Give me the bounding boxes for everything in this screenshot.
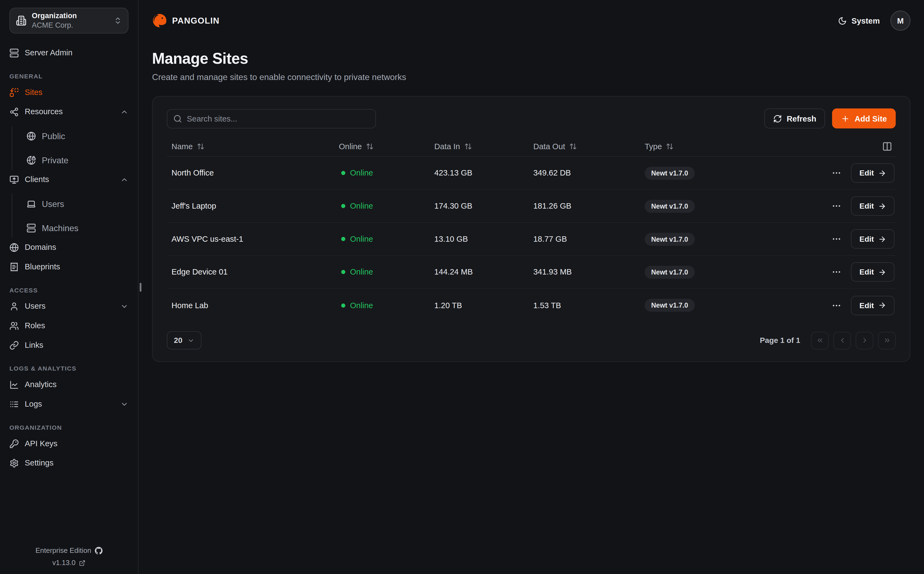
sidebar-item-links[interactable]: Links <box>9 335 129 355</box>
globe-lock-icon <box>27 155 36 165</box>
column-header-actions <box>809 141 896 151</box>
sidebar-resize-handle[interactable] <box>140 283 141 292</box>
toolbar-buttons: Refresh Add Site <box>764 109 896 129</box>
sidebar-item-domains[interactable]: Domains <box>9 238 129 257</box>
type-cell: Newt v1.7.0 <box>640 232 809 246</box>
edition-row[interactable]: Enterprise Edition <box>36 546 102 555</box>
sort-icon <box>569 143 577 150</box>
columns-icon[interactable] <box>882 141 892 151</box>
data-out-cell: 1.53 TB <box>529 301 640 310</box>
link-icon <box>9 341 19 350</box>
sidebar-item-blueprints[interactable]: Blueprints <box>9 257 129 276</box>
brand-name: PANGOLIN <box>172 16 220 25</box>
data-in-cell: 13.10 GB <box>429 235 528 244</box>
arrow-right-icon <box>878 202 886 210</box>
online-dot-icon <box>341 270 345 274</box>
column-header-name[interactable]: Name <box>167 142 334 151</box>
last-page-button[interactable] <box>878 331 896 349</box>
table-header: NameOnlineData InData OutType <box>167 137 896 157</box>
avatar[interactable]: M <box>890 11 910 31</box>
pangolin-logo-icon <box>152 13 168 28</box>
edit-button[interactable]: Edit <box>851 163 894 183</box>
sidebar-item-roles[interactable]: Roles <box>9 316 129 335</box>
server-icon <box>9 48 19 57</box>
add-site-label: Add Site <box>855 114 887 123</box>
org-value: ACME Corp. <box>32 20 108 30</box>
online-status-label: Online <box>350 268 373 276</box>
main-content: PANGOLIN System M Manage Sites Create an… <box>138 0 924 574</box>
sidebar-item-label: Logs <box>25 400 114 408</box>
version-label: v1.13.0 <box>52 559 75 567</box>
version-row[interactable]: v1.13.0 <box>52 559 86 567</box>
sidebar-item-private[interactable]: Private <box>13 150 129 170</box>
edit-button[interactable]: Edit <box>851 262 894 282</box>
data-out-cell: 181.26 GB <box>529 202 640 210</box>
chevron-down-icon <box>120 400 128 408</box>
sidebar-item-sites[interactable]: Sites <box>9 82 129 102</box>
next-page-button[interactable] <box>856 331 873 349</box>
sidebar-item-label: Public <box>42 131 129 140</box>
sidebar-item-clients[interactable]: Clients <box>9 170 129 189</box>
column-header-online[interactable]: Online <box>334 142 429 151</box>
nav-subgroup-resources: PublicPrivate <box>12 126 128 170</box>
sidebar-item-settings[interactable]: Settings <box>9 453 129 473</box>
row-menu-button[interactable] <box>832 267 842 277</box>
data-in-cell: 1.20 TB <box>429 301 528 310</box>
org-switcher[interactable]: Organization ACME Corp. <box>9 8 129 34</box>
row-menu-button[interactable] <box>832 201 842 211</box>
chevron-up-icon <box>120 107 128 115</box>
sidebar-item-label: Users <box>25 302 114 311</box>
search-input[interactable] <box>167 109 376 128</box>
sidebar-item-logs[interactable]: Logs <box>9 394 129 414</box>
edit-button[interactable]: Edit <box>851 229 894 249</box>
sort-icon <box>366 143 374 150</box>
topbar: PANGOLIN System M <box>152 0 910 41</box>
sites-card: Refresh Add Site NameOnlineData InData O… <box>152 96 910 362</box>
online-status-label: Online <box>350 235 373 244</box>
sidebar-item-label: Server Admin <box>25 48 129 57</box>
refresh-label: Refresh <box>787 114 816 123</box>
edit-label: Edit <box>860 202 874 210</box>
sidebar-item-analytics[interactable]: Analytics <box>9 375 129 394</box>
sidebar-item-api-keys[interactable]: API Keys <box>9 434 129 453</box>
gear-icon <box>9 458 19 468</box>
refresh-button[interactable]: Refresh <box>764 109 825 129</box>
previous-page-button[interactable] <box>833 331 851 349</box>
online-dot-icon <box>341 204 345 208</box>
first-page-button[interactable] <box>811 331 828 349</box>
add-site-button[interactable]: Add Site <box>832 109 896 129</box>
nav-section-logs-analytics: LOGS & ANALYTICS <box>9 362 129 375</box>
theme-toggle-button[interactable]: System <box>838 16 880 25</box>
online-status-label: Online <box>350 202 373 210</box>
sidebar-item-machines[interactable]: Machines <box>13 218 129 238</box>
type-badge: Newt v1.7.0 <box>645 199 695 212</box>
column-header-type[interactable]: Type <box>640 142 809 151</box>
row-menu-button[interactable] <box>832 300 842 310</box>
page-size-select[interactable]: 20 <box>167 331 202 349</box>
chevron-right-icon <box>861 336 868 344</box>
search-icon <box>173 114 182 123</box>
sidebar-item-public[interactable]: Public <box>13 126 129 146</box>
chevron-left-icon <box>838 336 846 344</box>
monitor-up-icon <box>9 175 19 184</box>
github-icon <box>95 547 102 554</box>
sidebar-item-server-admin[interactable]: Server Admin <box>9 43 129 63</box>
online-status-label: Online <box>350 301 373 310</box>
edit-button[interactable]: Edit <box>851 295 894 315</box>
column-header-data-in[interactable]: Data In <box>429 142 528 151</box>
sidebar-item-resources[interactable]: Resources <box>9 102 129 121</box>
sidebar-item-users[interactable]: Users <box>13 194 129 213</box>
plus-icon <box>841 114 850 123</box>
sites-icon <box>9 88 19 97</box>
online-dot-icon <box>341 303 345 308</box>
org-switcher-text: Organization ACME Corp. <box>32 11 108 30</box>
row-menu-button[interactable] <box>832 234 842 244</box>
row-menu-button[interactable] <box>832 168 842 178</box>
analytics-icon <box>9 380 19 389</box>
column-label: Data In <box>434 142 460 151</box>
column-header-data-out[interactable]: Data Out <box>529 142 640 151</box>
online-status: Online <box>334 202 429 210</box>
edit-button[interactable]: Edit <box>851 196 894 216</box>
sidebar-item-users[interactable]: Users <box>9 296 129 316</box>
chevrons-left-icon <box>816 336 823 344</box>
